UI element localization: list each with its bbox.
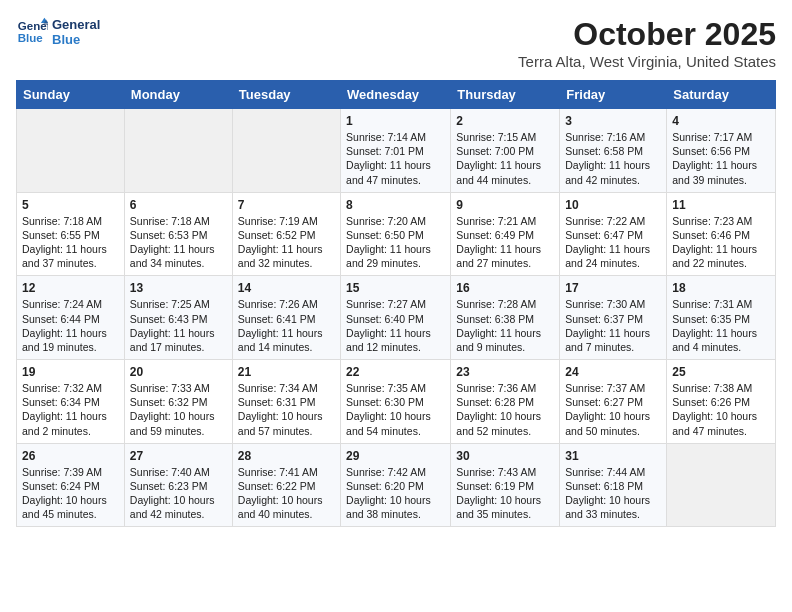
calendar-cell — [232, 109, 340, 193]
calendar-cell: 20Sunrise: 7:33 AM Sunset: 6:32 PM Dayli… — [124, 360, 232, 444]
day-number: 28 — [238, 449, 335, 463]
calendar-cell — [17, 109, 125, 193]
day-number: 5 — [22, 198, 119, 212]
calendar-cell: 25Sunrise: 7:38 AM Sunset: 6:26 PM Dayli… — [667, 360, 776, 444]
cell-content: Sunrise: 7:23 AM Sunset: 6:46 PM Dayligh… — [672, 214, 770, 271]
calendar-cell: 12Sunrise: 7:24 AM Sunset: 6:44 PM Dayli… — [17, 276, 125, 360]
calendar-cell: 10Sunrise: 7:22 AM Sunset: 6:47 PM Dayli… — [560, 192, 667, 276]
cell-content: Sunrise: 7:39 AM Sunset: 6:24 PM Dayligh… — [22, 465, 119, 522]
day-number: 31 — [565, 449, 661, 463]
cell-content: Sunrise: 7:41 AM Sunset: 6:22 PM Dayligh… — [238, 465, 335, 522]
cell-content: Sunrise: 7:21 AM Sunset: 6:49 PM Dayligh… — [456, 214, 554, 271]
calendar-cell: 27Sunrise: 7:40 AM Sunset: 6:23 PM Dayli… — [124, 443, 232, 527]
day-number: 26 — [22, 449, 119, 463]
calendar-cell: 22Sunrise: 7:35 AM Sunset: 6:30 PM Dayli… — [341, 360, 451, 444]
calendar-subtitle: Terra Alta, West Virginia, United States — [518, 53, 776, 70]
day-number: 2 — [456, 114, 554, 128]
calendar-cell: 14Sunrise: 7:26 AM Sunset: 6:41 PM Dayli… — [232, 276, 340, 360]
cell-content: Sunrise: 7:34 AM Sunset: 6:31 PM Dayligh… — [238, 381, 335, 438]
day-number: 30 — [456, 449, 554, 463]
day-number: 22 — [346, 365, 445, 379]
cell-content: Sunrise: 7:18 AM Sunset: 6:53 PM Dayligh… — [130, 214, 227, 271]
calendar-cell: 15Sunrise: 7:27 AM Sunset: 6:40 PM Dayli… — [341, 276, 451, 360]
calendar-cell: 9Sunrise: 7:21 AM Sunset: 6:49 PM Daylig… — [451, 192, 560, 276]
day-number: 11 — [672, 198, 770, 212]
header-cell-sunday: Sunday — [17, 81, 125, 109]
day-number: 29 — [346, 449, 445, 463]
cell-content: Sunrise: 7:35 AM Sunset: 6:30 PM Dayligh… — [346, 381, 445, 438]
cell-content: Sunrise: 7:32 AM Sunset: 6:34 PM Dayligh… — [22, 381, 119, 438]
cell-content: Sunrise: 7:37 AM Sunset: 6:27 PM Dayligh… — [565, 381, 661, 438]
day-number: 16 — [456, 281, 554, 295]
day-number: 12 — [22, 281, 119, 295]
week-row-5: 26Sunrise: 7:39 AM Sunset: 6:24 PM Dayli… — [17, 443, 776, 527]
calendar-cell: 5Sunrise: 7:18 AM Sunset: 6:55 PM Daylig… — [17, 192, 125, 276]
calendar-cell: 17Sunrise: 7:30 AM Sunset: 6:37 PM Dayli… — [560, 276, 667, 360]
logo-blue: Blue — [52, 32, 100, 47]
cell-content: Sunrise: 7:26 AM Sunset: 6:41 PM Dayligh… — [238, 297, 335, 354]
calendar-cell: 4Sunrise: 7:17 AM Sunset: 6:56 PM Daylig… — [667, 109, 776, 193]
calendar-cell: 26Sunrise: 7:39 AM Sunset: 6:24 PM Dayli… — [17, 443, 125, 527]
calendar-cell: 21Sunrise: 7:34 AM Sunset: 6:31 PM Dayli… — [232, 360, 340, 444]
header-cell-friday: Friday — [560, 81, 667, 109]
calendar-cell: 23Sunrise: 7:36 AM Sunset: 6:28 PM Dayli… — [451, 360, 560, 444]
calendar-cell: 7Sunrise: 7:19 AM Sunset: 6:52 PM Daylig… — [232, 192, 340, 276]
calendar-cell: 11Sunrise: 7:23 AM Sunset: 6:46 PM Dayli… — [667, 192, 776, 276]
calendar-cell: 30Sunrise: 7:43 AM Sunset: 6:19 PM Dayli… — [451, 443, 560, 527]
calendar-cell: 31Sunrise: 7:44 AM Sunset: 6:18 PM Dayli… — [560, 443, 667, 527]
calendar-cell: 16Sunrise: 7:28 AM Sunset: 6:38 PM Dayli… — [451, 276, 560, 360]
day-number: 17 — [565, 281, 661, 295]
day-number: 3 — [565, 114, 661, 128]
logo: General Blue General Blue — [16, 16, 100, 48]
cell-content: Sunrise: 7:20 AM Sunset: 6:50 PM Dayligh… — [346, 214, 445, 271]
header-cell-wednesday: Wednesday — [341, 81, 451, 109]
day-number: 24 — [565, 365, 661, 379]
header-row: SundayMondayTuesdayWednesdayThursdayFrid… — [17, 81, 776, 109]
cell-content: Sunrise: 7:31 AM Sunset: 6:35 PM Dayligh… — [672, 297, 770, 354]
calendar-cell: 18Sunrise: 7:31 AM Sunset: 6:35 PM Dayli… — [667, 276, 776, 360]
logo-icon: General Blue — [16, 16, 48, 48]
day-number: 7 — [238, 198, 335, 212]
calendar-cell: 19Sunrise: 7:32 AM Sunset: 6:34 PM Dayli… — [17, 360, 125, 444]
day-number: 14 — [238, 281, 335, 295]
day-number: 1 — [346, 114, 445, 128]
calendar-cell: 3Sunrise: 7:16 AM Sunset: 6:58 PM Daylig… — [560, 109, 667, 193]
cell-content: Sunrise: 7:15 AM Sunset: 7:00 PM Dayligh… — [456, 130, 554, 187]
cell-content: Sunrise: 7:38 AM Sunset: 6:26 PM Dayligh… — [672, 381, 770, 438]
week-row-1: 1Sunrise: 7:14 AM Sunset: 7:01 PM Daylig… — [17, 109, 776, 193]
cell-content: Sunrise: 7:14 AM Sunset: 7:01 PM Dayligh… — [346, 130, 445, 187]
calendar-table: SundayMondayTuesdayWednesdayThursdayFrid… — [16, 80, 776, 527]
day-number: 18 — [672, 281, 770, 295]
cell-content: Sunrise: 7:24 AM Sunset: 6:44 PM Dayligh… — [22, 297, 119, 354]
cell-content: Sunrise: 7:27 AM Sunset: 6:40 PM Dayligh… — [346, 297, 445, 354]
day-number: 20 — [130, 365, 227, 379]
calendar-cell: 28Sunrise: 7:41 AM Sunset: 6:22 PM Dayli… — [232, 443, 340, 527]
cell-content: Sunrise: 7:40 AM Sunset: 6:23 PM Dayligh… — [130, 465, 227, 522]
header-cell-tuesday: Tuesday — [232, 81, 340, 109]
day-number: 25 — [672, 365, 770, 379]
header-cell-thursday: Thursday — [451, 81, 560, 109]
cell-content: Sunrise: 7:25 AM Sunset: 6:43 PM Dayligh… — [130, 297, 227, 354]
calendar-cell: 2Sunrise: 7:15 AM Sunset: 7:00 PM Daylig… — [451, 109, 560, 193]
day-number: 19 — [22, 365, 119, 379]
calendar-cell: 29Sunrise: 7:42 AM Sunset: 6:20 PM Dayli… — [341, 443, 451, 527]
day-number: 21 — [238, 365, 335, 379]
cell-content: Sunrise: 7:36 AM Sunset: 6:28 PM Dayligh… — [456, 381, 554, 438]
day-number: 27 — [130, 449, 227, 463]
calendar-cell — [124, 109, 232, 193]
header-cell-monday: Monday — [124, 81, 232, 109]
cell-content: Sunrise: 7:44 AM Sunset: 6:18 PM Dayligh… — [565, 465, 661, 522]
day-number: 10 — [565, 198, 661, 212]
calendar-cell: 6Sunrise: 7:18 AM Sunset: 6:53 PM Daylig… — [124, 192, 232, 276]
cell-content: Sunrise: 7:22 AM Sunset: 6:47 PM Dayligh… — [565, 214, 661, 271]
day-number: 9 — [456, 198, 554, 212]
calendar-cell: 13Sunrise: 7:25 AM Sunset: 6:43 PM Dayli… — [124, 276, 232, 360]
calendar-title: October 2025 — [518, 16, 776, 53]
header-cell-saturday: Saturday — [667, 81, 776, 109]
cell-content: Sunrise: 7:28 AM Sunset: 6:38 PM Dayligh… — [456, 297, 554, 354]
cell-content: Sunrise: 7:18 AM Sunset: 6:55 PM Dayligh… — [22, 214, 119, 271]
day-number: 15 — [346, 281, 445, 295]
week-row-3: 12Sunrise: 7:24 AM Sunset: 6:44 PM Dayli… — [17, 276, 776, 360]
calendar-cell: 1Sunrise: 7:14 AM Sunset: 7:01 PM Daylig… — [341, 109, 451, 193]
day-number: 4 — [672, 114, 770, 128]
